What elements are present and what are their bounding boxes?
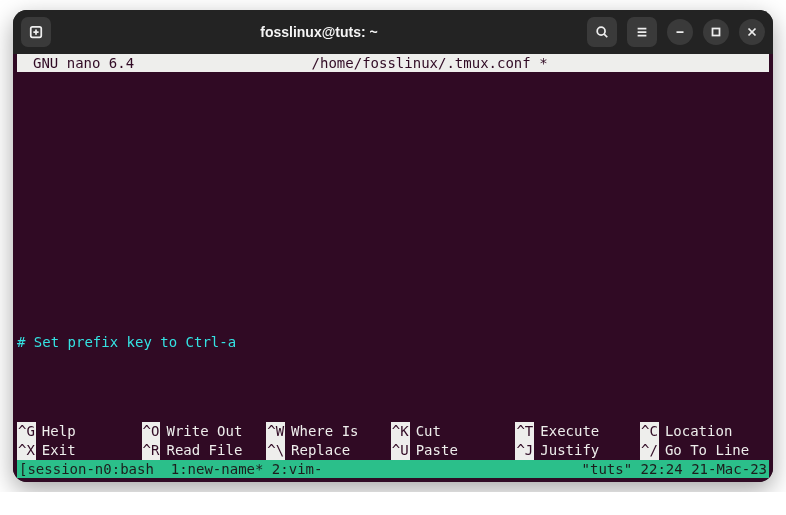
shortcut-readfile[interactable]: ^RRead File xyxy=(142,441,267,460)
shortcut-cut[interactable]: ^KCut xyxy=(391,422,516,441)
svg-line-4 xyxy=(604,34,607,37)
shortcut-writeout[interactable]: ^OWrite Out xyxy=(142,422,267,441)
window-title: fosslinux@tuts: ~ xyxy=(59,24,579,40)
svg-point-3 xyxy=(597,27,605,35)
shortcut-paste[interactable]: ^UPaste xyxy=(391,441,516,460)
shortcut-exit[interactable]: ^XExit xyxy=(17,441,142,460)
shortcut-gotoline[interactable]: ^/Go To Line xyxy=(640,441,765,460)
close-icon xyxy=(745,25,759,39)
search-button[interactable] xyxy=(587,17,617,47)
shortcut-row-2: ^XExit ^RRead File ^\Replace ^UPaste ^JJ… xyxy=(17,441,765,460)
new-tab-button[interactable] xyxy=(21,17,51,47)
shortcut-whereis[interactable]: ^WWhere Is xyxy=(266,422,391,441)
editor-body[interactable]: # Set prefix key to Ctrl-a set-option -g… xyxy=(13,72,773,482)
svg-rect-9 xyxy=(713,29,720,36)
close-button[interactable] xyxy=(739,19,765,45)
shortcut-justify[interactable]: ^JJustify xyxy=(515,441,640,460)
tmux-status-right: "tuts" 22:24 21-Mac-23 xyxy=(582,460,767,479)
shortcut-help[interactable]: ^GHelp xyxy=(17,422,142,441)
nano-header-bar: GNU nano 6.4 /home/fosslinux/.tmux.conf … xyxy=(17,54,769,72)
search-icon xyxy=(595,25,609,39)
maximize-button[interactable] xyxy=(703,19,729,45)
terminal-window: fosslinux@tuts: ~ GNU nano 6.4 /home/fos… xyxy=(13,10,773,482)
minimize-button[interactable] xyxy=(667,19,693,45)
shortcut-location[interactable]: ^CLocation xyxy=(640,422,765,441)
nano-file-label: /home/fosslinux/.tmux.conf * xyxy=(94,54,765,73)
tmux-status-bar[interactable]: [session-n0:bash 1:new-name* 2:vim- "tut… xyxy=(17,460,769,478)
nano-shortcut-bar: ^GHelp ^OWrite Out ^WWhere Is ^KCut ^TEx… xyxy=(13,422,769,460)
hamburger-icon xyxy=(635,25,649,39)
tmux-status-left: [session-n0:bash 1:new-name* 2:vim- xyxy=(19,460,582,479)
minimize-icon xyxy=(673,25,687,39)
menu-button[interactable] xyxy=(627,17,657,47)
shortcut-execute[interactable]: ^TExecute xyxy=(515,422,640,441)
titlebar: fosslinux@tuts: ~ xyxy=(13,10,773,54)
shortcut-row-1: ^GHelp ^OWrite Out ^WWhere Is ^KCut ^TEx… xyxy=(17,422,765,441)
shortcut-replace[interactable]: ^\Replace xyxy=(266,441,391,460)
new-tab-icon xyxy=(29,25,43,39)
terminal-area[interactable]: GNU nano 6.4 /home/fosslinux/.tmux.conf … xyxy=(13,54,773,482)
editor-line-comment: # Set prefix key to Ctrl-a xyxy=(17,333,769,352)
maximize-icon xyxy=(709,25,723,39)
